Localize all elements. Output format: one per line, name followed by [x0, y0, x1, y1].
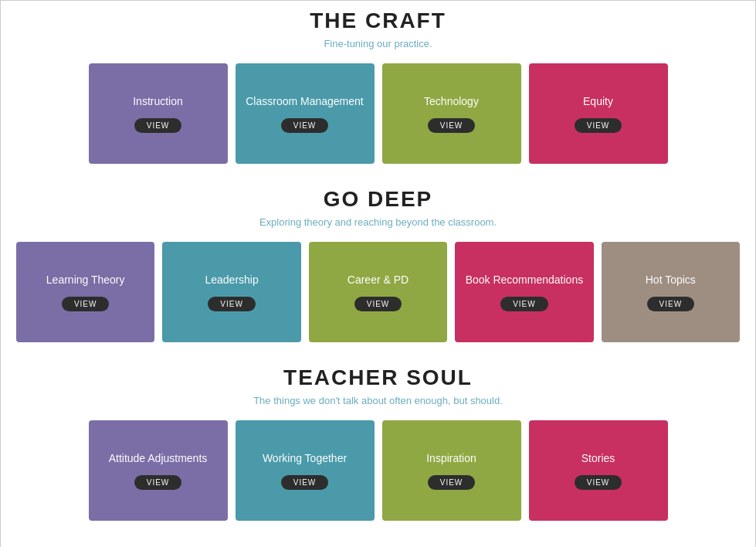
card-title: Working Together — [263, 451, 347, 465]
card-title: Equity — [583, 94, 613, 108]
cards-row: Attitude AdjustmentsVIEWWorking Together… — [16, 420, 740, 521]
card-book-recommendations: Book RecommendationsVIEW — [455, 242, 593, 342]
card-title: Inspiration — [426, 451, 476, 465]
card-hot-topics: Hot TopicsVIEW — [602, 242, 740, 342]
view-button[interactable]: VIEW — [208, 297, 256, 311]
section-subtitle: Exploring theory and reaching beyond the… — [16, 216, 740, 228]
card-stories: StoriesVIEW — [529, 420, 668, 521]
view-button[interactable]: VIEW — [575, 475, 622, 490]
section-subtitle: Fine-tuning our practice. — [16, 38, 740, 49]
card-inspiration: InspirationVIEW — [382, 420, 521, 521]
view-button[interactable]: VIEW — [428, 475, 476, 490]
cards-row: InstructionVIEWClassroom ManagementVIEWT… — [16, 63, 740, 164]
view-button[interactable]: VIEW — [281, 475, 329, 490]
card-title: Career & PD — [347, 273, 409, 287]
view-button[interactable]: VIEW — [354, 297, 402, 311]
view-button[interactable]: VIEW — [62, 297, 110, 311]
view-button[interactable]: VIEW — [647, 297, 695, 311]
section-subtitle: The things we don't talk about often eno… — [16, 395, 740, 406]
card-title: Attitude Adjustments — [109, 451, 208, 465]
card-title: Instruction — [133, 94, 183, 108]
card-classroom-management: Classroom ManagementVIEW — [236, 63, 375, 164]
page-wrapper: THE CRAFTFine-tuning our practice.Instru… — [0, 0, 756, 547]
card-instruction: InstructionVIEW — [89, 63, 228, 164]
section-title: THE CRAFT — [16, 8, 740, 33]
card-technology: TechnologyVIEW — [382, 63, 521, 164]
view-button[interactable]: VIEW — [134, 475, 182, 490]
view-button[interactable]: VIEW — [134, 118, 182, 133]
section-the-craft: THE CRAFTFine-tuning our practice.Instru… — [16, 8, 740, 164]
card-learning-theory: Learning TheoryVIEW — [16, 242, 154, 342]
card-leadership: LeadershipVIEW — [162, 242, 300, 342]
section-title: TEACHER SOUL — [16, 365, 740, 390]
card-title: Technology — [424, 94, 479, 108]
view-button[interactable]: VIEW — [428, 118, 476, 133]
card-title: Hot Topics — [646, 273, 696, 287]
card-title: Stories — [581, 451, 615, 465]
card-attitude-adjustments: Attitude AdjustmentsVIEW — [89, 420, 228, 521]
cards-row: Learning TheoryVIEWLeadershipVIEWCareer … — [16, 242, 740, 342]
card-working-together: Working TogetherVIEW — [236, 420, 375, 521]
card-title: Book Recommendations — [466, 273, 584, 287]
card-career--pd: Career & PDVIEW — [309, 242, 447, 342]
section-title: GO DEEP — [16, 187, 740, 212]
view-button[interactable]: VIEW — [575, 118, 622, 133]
card-title: Classroom Management — [246, 94, 364, 108]
section-go-deep: GO DEEPExploring theory and reaching bey… — [16, 187, 740, 342]
view-button[interactable]: VIEW — [281, 118, 329, 133]
card-equity: EquityVIEW — [529, 63, 668, 164]
card-title: Leadership — [205, 273, 258, 287]
view-button[interactable]: VIEW — [500, 297, 548, 311]
section-teacher-soul: TEACHER SOULThe things we don't talk abo… — [16, 365, 740, 521]
card-title: Learning Theory — [46, 273, 125, 287]
